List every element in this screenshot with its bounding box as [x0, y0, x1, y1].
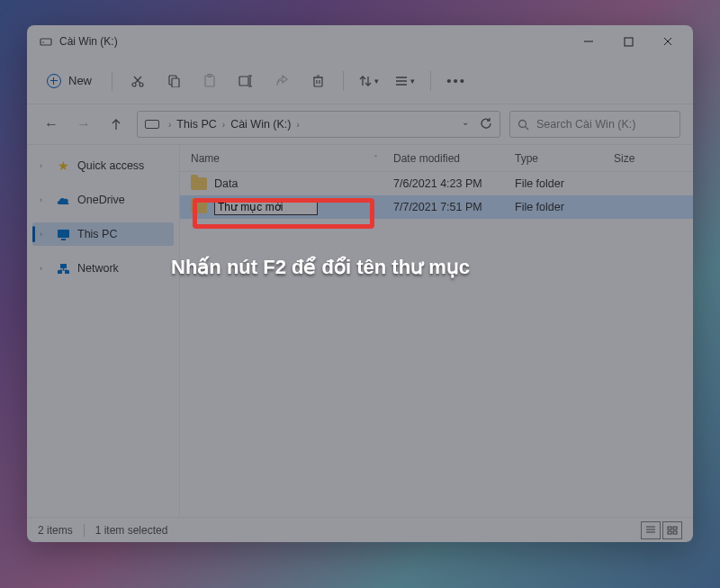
svg-rect-35 [65, 270, 69, 274]
svg-line-30 [526, 126, 529, 130]
minimize-button[interactable] [569, 27, 608, 56]
details-view-button[interactable] [641, 521, 661, 539]
sidebar-label: Quick access [77, 159, 144, 172]
svg-rect-33 [60, 264, 67, 268]
content-pane: Name ˆ Date modified Type Size Data 7/6/… [180, 145, 693, 517]
cut-button[interactable] [122, 65, 154, 97]
close-button[interactable] [648, 27, 688, 56]
window-title: Cài Win (K:) [59, 35, 118, 48]
annotation-text: Nhấn nút F2 để đổi tên thư mục [171, 256, 470, 279]
svg-rect-34 [58, 270, 62, 274]
nav-back-button[interactable]: ← [40, 116, 63, 132]
network-icon [56, 261, 70, 276]
file-date: 7/6/2021 4:23 PM [393, 177, 515, 190]
drive-icon [145, 120, 159, 129]
status-selected-count: 1 item selected [95, 524, 168, 537]
monitor-icon [56, 227, 70, 241]
rename-button[interactable] [230, 65, 262, 97]
search-icon [518, 119, 529, 131]
thumbnails-view-button[interactable] [662, 521, 682, 539]
column-type[interactable]: Type [515, 152, 614, 165]
search-input[interactable]: Search Cài Win (K:) [509, 111, 680, 138]
search-placeholder: Search Cài Win (K:) [536, 118, 635, 131]
breadcrumb-seg-drive[interactable]: Cài Win (K:) [230, 118, 291, 131]
navigation-row: ← → › This PC › Cài Win (K:) › ⌄ Search … [27, 104, 693, 144]
column-size[interactable]: Size [614, 152, 682, 165]
paste-button[interactable] [194, 65, 226, 97]
rename-input[interactable] [214, 199, 318, 215]
file-type: File folder [515, 177, 614, 190]
delete-button[interactable] [302, 65, 334, 97]
chevron-right-icon: › [40, 230, 49, 239]
sidebar: › ★ Quick access › OneDrive › This PC [27, 145, 180, 517]
status-item-count: 2 items [38, 524, 73, 537]
chevron-right-icon: › [297, 120, 300, 130]
new-button[interactable]: New [36, 68, 103, 94]
svg-rect-31 [58, 230, 69, 238]
svg-rect-44 [673, 531, 677, 534]
toolbar: New ▾ ▾ ••• [27, 58, 693, 104]
view-button[interactable]: ▾ [389, 65, 421, 97]
table-row[interactable]: 7/7/2021 7:51 PM File folder [180, 195, 693, 219]
svg-point-29 [519, 120, 526, 127]
sidebar-label: Network [77, 262, 119, 275]
sidebar-item-this-pc[interactable]: › This PC [32, 222, 174, 246]
folder-icon [191, 201, 207, 213]
file-explorer-window: Cài Win (K:) New [27, 25, 693, 542]
refresh-button[interactable] [480, 117, 492, 132]
titlebar: Cài Win (K:) [27, 25, 693, 58]
nav-up-button[interactable] [104, 118, 128, 131]
svg-rect-18 [314, 77, 322, 86]
chevron-right-icon: › [40, 264, 49, 273]
svg-rect-0 [40, 39, 51, 45]
sidebar-label: OneDrive [77, 194, 125, 206]
sort-asc-icon: ˆ [374, 154, 377, 163]
cloud-icon [56, 193, 70, 207]
share-button[interactable] [266, 65, 298, 97]
sort-button[interactable]: ▾ [353, 65, 385, 97]
copy-button[interactable] [158, 65, 190, 97]
drive-icon [40, 35, 52, 48]
svg-rect-14 [239, 77, 248, 86]
chevron-right-icon: › [222, 120, 225, 130]
file-type: File folder [515, 201, 614, 213]
maximize-button[interactable] [608, 27, 648, 56]
table-row[interactable]: Data 7/6/2021 4:23 PM File folder [180, 172, 693, 195]
svg-rect-11 [172, 78, 179, 87]
breadcrumb-seg-thispc[interactable]: This PC [176, 118, 216, 131]
svg-rect-43 [668, 531, 671, 534]
plus-icon [47, 74, 61, 88]
status-bar: 2 items 1 item selected [27, 517, 693, 542]
svg-rect-42 [673, 527, 677, 529]
nav-forward-button[interactable]: → [72, 116, 95, 132]
svg-rect-32 [61, 239, 66, 240]
file-date: 7/7/2021 7:51 PM [393, 201, 515, 213]
file-name: Data [214, 177, 238, 190]
column-name[interactable]: Name ˆ [191, 152, 393, 165]
svg-line-9 [134, 77, 140, 84]
breadcrumb-dropdown-icon[interactable]: ⌄ [462, 117, 469, 132]
sidebar-label: This PC [77, 228, 117, 240]
svg-rect-3 [625, 38, 633, 46]
svg-rect-41 [668, 527, 671, 529]
sidebar-item-network[interactable]: › Network [32, 257, 174, 280]
breadcrumb[interactable]: › This PC › Cài Win (K:) › ⌄ [137, 111, 500, 138]
more-button[interactable]: ••• [440, 65, 472, 97]
svg-line-8 [135, 77, 141, 84]
column-date[interactable]: Date modified [393, 152, 515, 165]
svg-point-1 [42, 41, 44, 43]
column-headers: Name ˆ Date modified Type Size [180, 145, 693, 172]
folder-icon [191, 177, 207, 190]
sidebar-item-quick-access[interactable]: › ★ Quick access [32, 154, 174, 177]
chevron-right-icon: › [168, 120, 171, 130]
chevron-right-icon: › [40, 161, 49, 170]
new-label: New [68, 74, 92, 87]
sidebar-item-onedrive[interactable]: › OneDrive [32, 188, 174, 212]
star-icon: ★ [56, 158, 70, 173]
chevron-right-icon: › [40, 195, 49, 204]
